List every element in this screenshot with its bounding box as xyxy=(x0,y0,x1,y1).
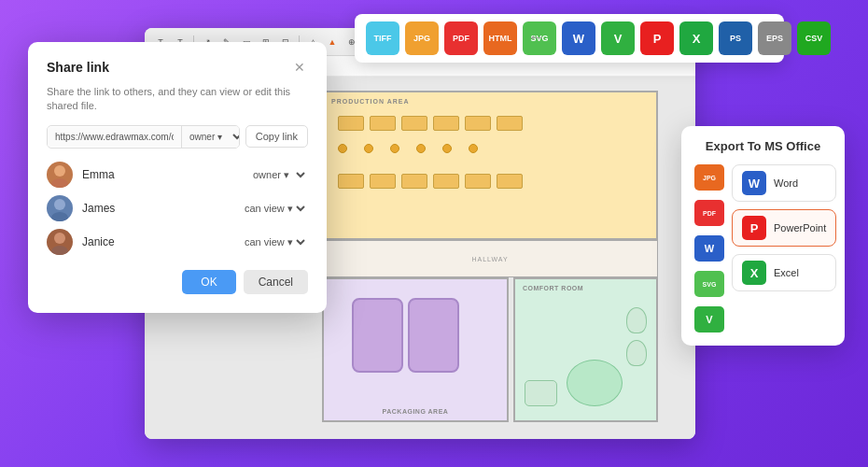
chair xyxy=(390,144,399,153)
user-name-janice: Janice xyxy=(82,235,231,248)
export-panel-content: JPG PDF W SVG V W Word P PowerPoint X Ex… xyxy=(694,164,832,333)
desk-rows xyxy=(338,116,523,189)
modal-title: Share link xyxy=(47,60,109,75)
link-row: owner ▾ can view can edit Copy link xyxy=(47,125,308,149)
avatar-james xyxy=(47,195,73,221)
user-item-janice: Janice can view ▾ owner can edit xyxy=(47,229,308,255)
format-csv[interactable]: CSV xyxy=(797,21,831,55)
toolbar-fill-icon[interactable]: ▲ xyxy=(324,34,341,50)
modal-actions: OK Cancel xyxy=(47,270,308,294)
hallway: HALLWAY xyxy=(322,240,658,277)
format-powerpoint[interactable]: P xyxy=(640,21,674,55)
desk xyxy=(497,174,523,189)
export-left-icons: JPG PDF W SVG V xyxy=(694,164,724,333)
user-item-james: James can view ▾ owner can edit xyxy=(47,195,308,221)
desk xyxy=(338,116,364,131)
modal-description: Share the link to others, and they can v… xyxy=(47,85,308,114)
chair-row-top xyxy=(338,144,523,153)
export-option-word[interactable]: W Word xyxy=(732,164,836,202)
format-html[interactable]: HTML xyxy=(483,21,517,55)
user-name-james: James xyxy=(82,202,231,215)
desk xyxy=(338,174,364,189)
export-options: W Word P PowerPoint X Excel xyxy=(732,164,836,333)
shower xyxy=(567,360,623,406)
format-word[interactable]: W xyxy=(562,21,595,55)
chair xyxy=(469,144,478,153)
modal-close-button[interactable]: ✕ xyxy=(291,59,308,76)
export-formats-bar: TIFF JPG PDF HTML SVG W V P X PS EPS CSV xyxy=(355,14,784,63)
export-mini-svg[interactable]: SVG xyxy=(694,271,724,297)
word-icon: W xyxy=(742,171,766,195)
desk xyxy=(465,174,491,189)
desk xyxy=(401,174,427,189)
export-mini-jpg[interactable]: JPG xyxy=(694,164,724,191)
avatar-janice xyxy=(47,229,73,255)
export-panel: Export To MS Office JPG PDF W SVG V W Wo… xyxy=(681,126,845,346)
user-role-janice[interactable]: can view ▾ owner can edit xyxy=(241,235,308,248)
desk xyxy=(370,174,396,189)
hallway-label: HALLWAY xyxy=(471,256,508,262)
excel-icon: X xyxy=(742,261,766,285)
svg-point-3 xyxy=(51,212,68,221)
chair xyxy=(442,144,452,153)
share-link-modal: Share link ✕ Share the link to others, a… xyxy=(28,42,327,313)
desk xyxy=(370,116,396,131)
export-mini-visio[interactable]: V xyxy=(694,306,724,333)
toilet-2 xyxy=(626,340,647,366)
production-area-label: PRODUCTION AREA xyxy=(331,98,410,105)
sink xyxy=(525,380,557,406)
desk xyxy=(433,174,459,189)
format-excel[interactable]: X xyxy=(679,21,713,55)
excel-label: Excel xyxy=(774,267,799,278)
conference-table xyxy=(352,298,403,373)
format-ps[interactable]: PS xyxy=(719,21,752,55)
production-area: PRODUCTION AREA xyxy=(322,91,658,240)
avatar-emma xyxy=(47,162,73,188)
svg-point-1 xyxy=(51,178,68,188)
format-jpg[interactable]: JPG xyxy=(405,21,439,55)
export-option-powerpoint[interactable]: P PowerPoint xyxy=(732,209,836,247)
export-panel-title: Export To MS Office xyxy=(694,139,832,153)
copy-link-button[interactable]: Copy link xyxy=(245,125,308,148)
toilet-1 xyxy=(626,307,647,333)
svg-point-4 xyxy=(54,233,65,244)
comfort-room: COMFORT ROOM xyxy=(513,277,658,422)
powerpoint-icon: P xyxy=(742,216,766,240)
link-role-select[interactable]: owner ▾ can view can edit xyxy=(181,126,240,148)
desk xyxy=(433,116,459,131)
cancel-button[interactable]: Cancel xyxy=(244,270,308,294)
export-mini-word[interactable]: W xyxy=(694,235,724,262)
svg-point-5 xyxy=(51,246,68,255)
svg-point-2 xyxy=(54,199,65,210)
export-mini-pdf[interactable]: PDF xyxy=(694,200,724,226)
svg-point-0 xyxy=(54,165,65,177)
export-option-excel[interactable]: X Excel xyxy=(732,254,836,291)
format-pdf[interactable]: PDF xyxy=(444,21,478,55)
chair xyxy=(416,144,426,153)
modal-header: Share link ✕ xyxy=(47,59,308,76)
format-eps[interactable]: EPS xyxy=(758,21,791,55)
conference-table-2 xyxy=(408,298,459,373)
user-name-emma: Emma xyxy=(82,168,240,181)
user-role-emma[interactable]: owner ▾ can view can edit xyxy=(249,168,308,181)
powerpoint-label: PowerPoint xyxy=(774,222,826,234)
chair xyxy=(338,144,347,153)
desk-row-1 xyxy=(338,116,523,131)
format-tiff[interactable]: TIFF xyxy=(366,21,399,55)
desk-row-2 xyxy=(338,174,523,189)
packaging-area: PACKAGING AREA xyxy=(322,277,509,422)
word-label: Word xyxy=(774,177,798,189)
link-input[interactable] xyxy=(48,127,181,147)
ok-button[interactable]: OK xyxy=(182,270,235,294)
link-input-wrap: owner ▾ can view can edit xyxy=(47,125,240,149)
chair xyxy=(364,144,373,153)
user-list: Emma owner ▾ can view can edit James can… xyxy=(47,162,308,255)
user-role-james[interactable]: can view ▾ owner can edit xyxy=(241,202,308,215)
comfort-room-label: COMFORT ROOM xyxy=(523,285,583,291)
user-item-emma: Emma owner ▾ can view can edit xyxy=(47,162,308,188)
format-visio[interactable]: V xyxy=(601,21,635,55)
desk xyxy=(465,116,491,131)
desk xyxy=(401,116,427,131)
packaging-area-label: PACKAGING AREA xyxy=(383,408,449,415)
desk xyxy=(497,116,523,131)
